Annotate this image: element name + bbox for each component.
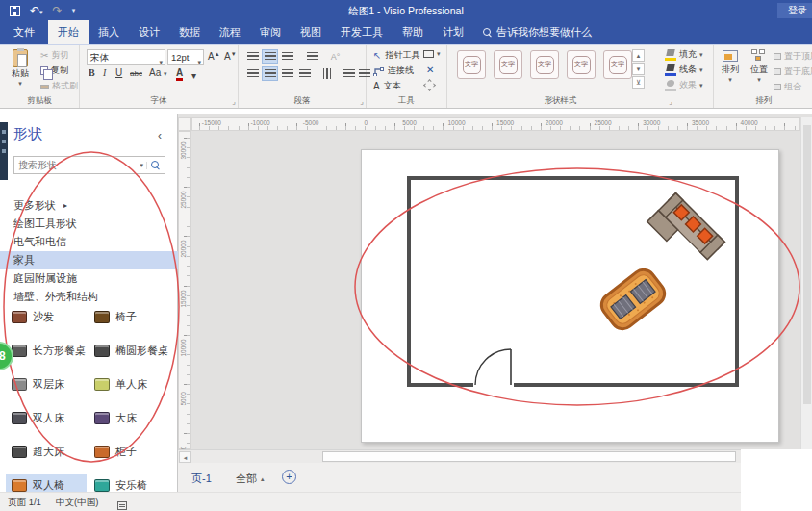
tab-开始[interactable]: 开始 (48, 20, 89, 44)
stencil-item-超大床[interactable]: 超大床 (6, 441, 87, 463)
align-right-button[interactable] (279, 66, 295, 81)
style-swatch[interactable]: 文字 (494, 50, 522, 79)
stencil-item-柜子[interactable]: 柜子 (89, 441, 173, 463)
strikethrough-button[interactable]: abc (130, 69, 142, 78)
vertical-text-button[interactable] (319, 66, 336, 81)
vertical-scrollbar[interactable] (800, 117, 812, 449)
sign-in-button[interactable]: 登录 (777, 3, 812, 18)
shapes-panel: 形状 ‹ ▾ 更多形状▸绘图工具形状电气和电信家具庭园附属设施墙壁、外壳和结构 … (0, 114, 178, 494)
text-rotate-button[interactable]: A° (327, 49, 343, 64)
bring-to-front-button[interactable]: 置于顶层 (774, 50, 812, 63)
multi-select-tool-button[interactable]: ✕ (426, 64, 434, 75)
align-left-button[interactable] (244, 66, 261, 81)
style-swatch[interactable]: 文字 (457, 50, 486, 79)
stencil-item-大床[interactable]: 大床 (89, 407, 173, 429)
group-shapes-button[interactable]: 组合 (774, 81, 801, 93)
gallery-scroll-up-icon[interactable]: ▴ (632, 49, 645, 62)
shape-icon (94, 345, 110, 357)
tab-插入[interactable]: 插入 (89, 20, 129, 44)
tab-流程[interactable]: 流程 (210, 20, 250, 44)
stencil-section-绘图工具形状[interactable]: 绘图工具形状 (0, 215, 178, 233)
stencil-item-沙发[interactable]: 沙发 (6, 306, 87, 328)
add-page-button[interactable]: + (282, 470, 296, 484)
stencil-section-更多形状[interactable]: 更多形状▸ (0, 196, 178, 215)
effects-button[interactable]: 效果▾ (665, 79, 703, 91)
fill-button[interactable]: 填充▾ (665, 48, 703, 61)
shape-search-input[interactable] (14, 160, 137, 170)
justify-button[interactable] (296, 66, 313, 81)
drawing-canvas-area[interactable]: -15000-10000-500005000100001500020000250… (178, 114, 812, 449)
font-color-caret-icon[interactable]: ▾ (191, 70, 196, 81)
shape-label: 柜子 (115, 445, 137, 459)
gallery-more-icon[interactable]: ⊻ (632, 76, 645, 89)
gallery-scroll-down-icon[interactable]: ▾ (632, 63, 645, 75)
align-middle-button[interactable] (262, 49, 278, 64)
position-button[interactable]: 位置▾ (746, 47, 773, 93)
stencil-item-双层床[interactable]: 双层床 (6, 373, 87, 396)
tab-file[interactable]: 文件 (0, 20, 48, 44)
tell-me-box[interactable]: 告诉我你想要做什么 (483, 20, 592, 44)
stencil-item-椭圆形餐桌[interactable]: 椭圆形餐桌 (89, 340, 173, 362)
arrange-button[interactable]: 排列▾ (717, 47, 744, 93)
horizontal-scroll-thumb[interactable] (322, 451, 736, 462)
search-icon[interactable] (151, 161, 160, 169)
text-tool-button[interactable]: A文本 (373, 80, 401, 92)
shape-label: 双人椅 (33, 478, 64, 493)
stencil-item-长方形餐桌[interactable]: 长方形餐桌 (6, 340, 87, 362)
send-to-back-button[interactable]: 置于底层 (774, 65, 812, 78)
cut-button[interactable]: ✂剪切 (40, 49, 68, 62)
language-indicator[interactable]: 中文(中国) (56, 497, 98, 509)
tab-视图[interactable]: 视图 (291, 20, 331, 44)
shape-label: 双人床 (33, 411, 64, 425)
stencil-section-家具[interactable]: 家具 (0, 251, 178, 269)
bold-button[interactable]: B (89, 67, 95, 78)
paste-button[interactable]: 粘贴 ▾ (4, 47, 37, 93)
tab-帮助[interactable]: 帮助 (393, 20, 433, 44)
connection-point-tool-button[interactable] (425, 81, 434, 89)
change-case-button[interactable]: Aa ▾ (149, 67, 167, 78)
italic-button[interactable]: I (103, 67, 106, 78)
tab-设计[interactable]: 设计 (129, 20, 169, 44)
stencil-section-电气和电信[interactable]: 电气和电信 (0, 233, 178, 251)
decrease-indent-button[interactable] (341, 66, 357, 81)
align-top-button[interactable] (244, 49, 261, 64)
line-button[interactable]: 线条▾ (665, 64, 703, 76)
copy-button[interactable]: 复制 (40, 64, 68, 77)
tab-数据[interactable]: 数据 (169, 20, 210, 44)
align-bottom-button[interactable] (279, 49, 295, 64)
scroll-left-icon[interactable]: ◂ (179, 451, 191, 463)
tab-计划[interactable]: 计划 (433, 20, 473, 44)
vertical-scroll-thumb[interactable] (803, 125, 811, 404)
collapse-panel-icon[interactable]: ‹ (158, 129, 162, 142)
format-painter-button[interactable]: 格式刷 (40, 80, 78, 92)
font-family-combo[interactable]: 宋体▾ (87, 49, 165, 65)
connector-tool-button[interactable]: 连接线 (373, 64, 414, 77)
tab-开发工具[interactable]: 开发工具 (331, 20, 393, 44)
underline-button[interactable]: U (115, 67, 122, 78)
collapsed-stencil-strip[interactable] (0, 122, 8, 180)
shape-search-box[interactable]: ▾ (13, 156, 165, 174)
style-swatch[interactable]: 文字 (567, 50, 596, 79)
bullets-button[interactable] (304, 49, 320, 64)
tab-审阅[interactable]: 审阅 (250, 20, 291, 44)
stencil-item-双人床[interactable]: 双人床 (6, 407, 87, 429)
drawing-page[interactable] (361, 149, 779, 443)
search-options-caret-icon[interactable]: ▾ (137, 162, 147, 169)
page-indicator[interactable]: 页面 1/1 (8, 497, 41, 509)
status-bar: 页面 1/1 中文(中国) (0, 492, 741, 511)
stencil-item-单人床[interactable]: 单人床 (89, 373, 173, 396)
shrink-font-button[interactable]: A▼ (224, 51, 237, 62)
horizontal-scrollbar[interactable]: ◂ (178, 449, 741, 463)
stencil-section-庭园附属设施[interactable]: 庭园附属设施 (0, 269, 178, 288)
style-swatch[interactable]: 文字 (603, 50, 632, 79)
stencil-item-椅子[interactable]: 椅子 (89, 306, 173, 328)
align-center-button[interactable] (262, 66, 278, 81)
rectangle-tool-button[interactable]: ▾ (423, 50, 441, 58)
pointer-tool-button[interactable]: ↖指针工具 (373, 49, 419, 62)
font-size-combo[interactable]: 12pt▾ (167, 49, 204, 65)
all-pages-tab[interactable]: 全部▴ (236, 472, 265, 486)
font-color-button[interactable]: A (176, 67, 183, 81)
grow-font-button[interactable]: A▲ (208, 51, 220, 62)
page-tab[interactable]: 页-1 (191, 472, 212, 486)
style-swatch[interactable]: 文字 (530, 50, 559, 79)
